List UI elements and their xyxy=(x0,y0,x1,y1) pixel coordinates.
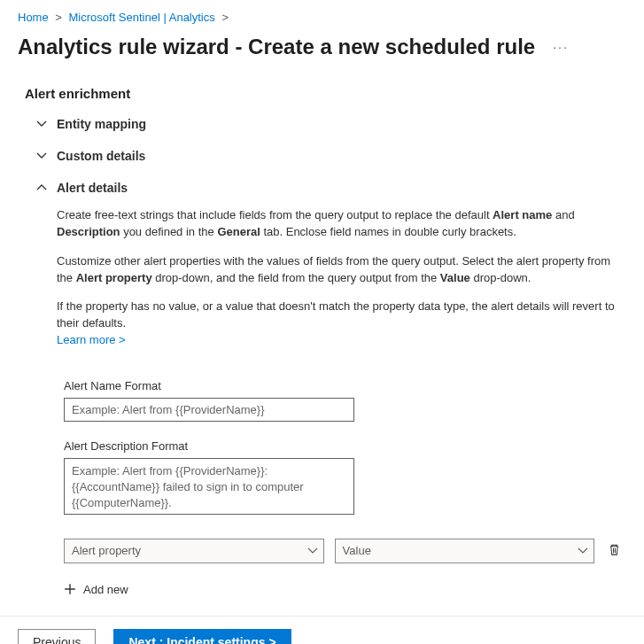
alert-desc-format-label: Alert Description Format xyxy=(64,439,623,453)
text-strong: Value xyxy=(440,271,470,284)
alert-desc-format-block: Alert Description Format xyxy=(0,425,644,521)
alert-desc-format-input[interactable] xyxy=(64,458,354,515)
text-strong: Alert property xyxy=(76,271,152,284)
alert-details-body: Create free-text strings that include fi… xyxy=(0,204,644,370)
text: tab. Enclose field names in double curly… xyxy=(260,225,516,238)
select-placeholder: Value xyxy=(343,544,371,557)
text: you defined in the xyxy=(120,225,218,238)
alert-name-format-input[interactable] xyxy=(64,398,354,422)
previous-button[interactable]: Previous xyxy=(18,629,96,644)
text: drop-down. xyxy=(470,271,531,284)
breadcrumb-home[interactable]: Home xyxy=(18,11,49,24)
trash-icon xyxy=(608,543,621,559)
next-button[interactable]: Next : Incident settings > xyxy=(113,629,291,644)
chevron-down-icon xyxy=(578,546,588,556)
page-title-row: Analytics rule wizard - Create a new sch… xyxy=(0,31,644,70)
section-alert-enrichment: Alert enrichment xyxy=(0,70,644,108)
text: drop-down, and the field from the query … xyxy=(152,271,440,284)
details-paragraph-2: Customize other alert properties with th… xyxy=(57,253,623,287)
add-new-label: Add new xyxy=(83,583,128,596)
more-actions-icon[interactable]: ··· xyxy=(553,40,569,54)
text-strong: General xyxy=(217,225,260,238)
chevron-down-icon xyxy=(307,546,318,556)
accordion-label: Custom details xyxy=(57,149,145,163)
details-paragraph-3: If the property has no value, or a value… xyxy=(57,299,615,330)
chevron-up-icon xyxy=(35,182,48,194)
accordion-label: Entity mapping xyxy=(57,117,146,131)
text-strong: Alert name xyxy=(493,208,552,221)
learn-more-link[interactable]: Learn more > xyxy=(57,333,126,346)
delete-row-button[interactable] xyxy=(605,542,623,560)
page-title: Analytics rule wizard - Create a new sch… xyxy=(18,35,535,59)
text: and xyxy=(552,208,574,221)
accordion-entity-mapping[interactable]: Entity mapping xyxy=(0,108,644,140)
alert-value-select[interactable]: Value xyxy=(335,539,595,563)
accordion-custom-details[interactable]: Custom details xyxy=(0,140,644,172)
details-paragraph-1: Create free-text strings that include fi… xyxy=(57,207,623,241)
text: Create free-text strings that include fi… xyxy=(57,208,493,221)
breadcrumb-sep: > xyxy=(55,11,62,24)
wizard-footer: Previous Next : Incident settings > xyxy=(0,616,644,644)
alert-property-row: Alert property Value xyxy=(0,521,644,570)
text-strong: Description xyxy=(57,225,120,238)
alert-property-select[interactable]: Alert property xyxy=(64,539,324,563)
breadcrumb-sep: > xyxy=(221,11,229,24)
accordion-label: Alert details xyxy=(57,181,128,195)
alert-name-format-block: Alert Name Format xyxy=(0,370,644,425)
breadcrumb: Home > Microsoft Sentinel | Analytics > xyxy=(0,0,644,31)
select-placeholder: Alert property xyxy=(72,544,141,557)
alert-name-format-label: Alert Name Format xyxy=(64,379,623,392)
chevron-down-icon xyxy=(35,118,48,130)
add-new-button[interactable]: Add new xyxy=(0,570,644,616)
accordion-alert-details[interactable]: Alert details xyxy=(0,172,644,204)
plus-icon xyxy=(64,583,76,595)
breadcrumb-sentinel[interactable]: Microsoft Sentinel | Analytics xyxy=(69,11,215,24)
chevron-down-icon xyxy=(35,150,48,162)
